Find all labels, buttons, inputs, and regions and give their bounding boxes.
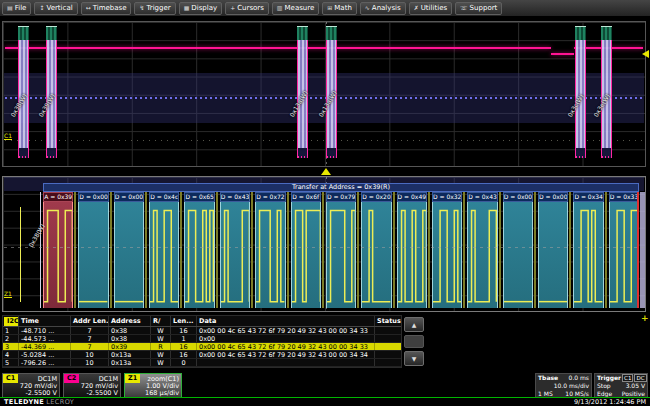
column-header-time[interactable]: Time [19, 316, 71, 326]
row-time: -44.369 ... [19, 343, 71, 350]
z1-timebase: 168 µs/div [125, 390, 181, 397]
trigger-level-marker[interactable] [642, 50, 649, 58]
column-header-addr-len[interactable]: Addr Len... [71, 316, 109, 326]
menu-label: Support [470, 5, 498, 12]
decode-byte-label: D = 0x20 [361, 192, 391, 202]
row-rw: W [151, 351, 171, 358]
decode-byte-box: D = 0x4c [149, 192, 179, 308]
table-add-icon[interactable]: + [641, 313, 649, 323]
row-len: 0 [171, 359, 197, 366]
menu-button-trigger[interactable]: ↯ Trigger [134, 2, 175, 15]
c1-offset: -2.5500 V [3, 390, 59, 397]
row-address: 0x38 [109, 335, 151, 342]
menu-button-file[interactable]: ▤ File [2, 2, 31, 15]
decode-byte-box: D = 0x43 [467, 192, 497, 308]
timebase-box[interactable]: Tbase0.0 ms 10.0 ms/div 1 MS10 MS/s [535, 373, 592, 398]
i2c-burst: 0x38(W) [18, 26, 29, 158]
menu-button-math[interactable]: ⊞ Math [322, 2, 357, 15]
trigger-position-marker[interactable] [321, 168, 331, 175]
row-data: 0x00 00 4c 65 43 72 6f 79 20 49 32 43 00… [197, 351, 375, 358]
vertical-icon: ↕ [39, 5, 44, 11]
burst-cap [326, 26, 337, 40]
row-addr-len: 7 [71, 343, 109, 350]
row-status [375, 335, 401, 342]
menu-button-cursors[interactable]: + Cursors [225, 2, 269, 15]
column-header-address[interactable]: Address [109, 316, 151, 326]
row-status [375, 359, 401, 366]
row-number: 5 [3, 359, 19, 366]
column-header-data[interactable]: Data [197, 316, 375, 326]
decode-byte-box: A = 0x39 [43, 192, 73, 308]
burst-cap [297, 26, 308, 40]
menu-button-utilities[interactable]: ✗ Utilities [409, 2, 452, 15]
row-len: 1 [171, 335, 197, 342]
row-rw: R [151, 343, 171, 350]
decode-byte-body [326, 202, 356, 308]
z1-descriptor-box[interactable]: Z1 zoom(C1) 1.00 V/div 168 µs/div [124, 373, 182, 398]
menu-button-timebase[interactable]: ↔ Timebase [81, 2, 132, 15]
sda-waveform [362, 202, 390, 308]
row-address: 0x13a [109, 351, 151, 358]
menu-button-vertical[interactable]: ↕ Vertical [34, 2, 77, 15]
z1-trace-label: Z1 [4, 291, 12, 298]
row-addr-len: 10 [71, 359, 109, 366]
decode-byte-box: D = 0x79 [326, 192, 356, 308]
table-row[interactable]: 5 -796.26 ... 10 0x13a W 0 [3, 359, 401, 367]
sda-waveform [398, 202, 426, 308]
menu-button-measure[interactable]: ▥ Measure [272, 2, 319, 15]
decode-byte-body [291, 202, 321, 308]
table-row[interactable]: 4 -5.0284 ... 10 0x13a W 16 0x00 00 4c 6… [3, 351, 401, 359]
c1-descriptor-box[interactable]: C1 DC1M 720 mV/div -2.5500 V [2, 373, 60, 398]
menu-button-support[interactable]: ☏ Support [455, 2, 502, 15]
column-header-status[interactable]: Status [375, 316, 401, 326]
row-time: -5.0284 ... [19, 351, 71, 358]
c2-descriptor-box[interactable]: C2 DC1M 720 mV/div -2.5500 V [63, 373, 121, 398]
trigger-level: 3.05 V [626, 382, 645, 390]
row-addr-len: 7 [71, 327, 109, 334]
decode-byte-body [114, 202, 144, 308]
decode-byte-body [43, 202, 73, 308]
row-data [197, 359, 375, 366]
decode-byte-body [432, 202, 462, 308]
trigger-source-badge: C1 [622, 374, 633, 382]
menu-bar: ▤ File ↕ Vertical ↔ Timebase ↯ Trigger ▦… [0, 0, 650, 18]
menu-label: Display [191, 5, 217, 12]
decode-byte-box: D = 0x33 [609, 192, 639, 308]
sda-waveform [150, 202, 178, 308]
menu-label: Analysis [372, 5, 401, 12]
row-number: 3 [3, 343, 19, 350]
scrollbar-thumb[interactable] [404, 335, 424, 348]
menu-button-analysis[interactable]: ∿ Analysis [360, 2, 406, 15]
row-status [375, 351, 401, 358]
menu-button-display[interactable]: ▦ Display [179, 2, 222, 15]
table-row[interactable]: 1 -48.710 ... 7 0x38 W 16 0x00 00 4c 65 … [3, 327, 401, 335]
baseline-dots [5, 140, 643, 141]
column-header-len[interactable]: Len... [171, 316, 197, 326]
scroll-up-button[interactable]: ▲ [404, 317, 424, 332]
decode-byte-label: D = 0x6f [291, 192, 321, 202]
sda-waveform [44, 202, 72, 308]
table-row[interactable]: 3 -44.369 ... 7 0x39 R 16 0x00 00 4c 65 … [3, 343, 401, 351]
c2-offset: -2.5500 V [64, 390, 120, 397]
scroll-down-button[interactable]: ▼ [404, 351, 424, 366]
c2-trace-segment [5, 47, 551, 49]
menu-label: Cursors [237, 5, 264, 12]
row-rw: W [151, 359, 171, 366]
row-number: 4 [3, 351, 19, 358]
transfer-header: Transfer at Address = 0x39(R) [43, 183, 639, 192]
decode-byte-label: D = 0x34 [573, 192, 603, 202]
row-data: 0x00 [197, 335, 375, 342]
i2c-burst: 0x13a(W) [297, 26, 308, 158]
trigger-box[interactable]: Trigger C1DC Stop3.05 V EdgePositive [594, 373, 648, 398]
sda-waveform [185, 202, 213, 308]
menu-label: Utilities [421, 5, 447, 12]
table-row[interactable]: 2 -44.573 ... 7 0x38 W 1 0x00 [3, 335, 401, 343]
decode-byte-label: D = 0x33 [609, 192, 639, 202]
table-header-badge-cell: I2C [3, 316, 19, 326]
start-condition-line [40, 192, 41, 308]
stop-condition-line [637, 192, 639, 308]
decode-byte-label: D = 0x72 [255, 192, 285, 202]
burst-foot [575, 148, 586, 158]
support-icon: ☏ [460, 5, 468, 11]
column-header-rw[interactable]: R/ [151, 316, 171, 326]
